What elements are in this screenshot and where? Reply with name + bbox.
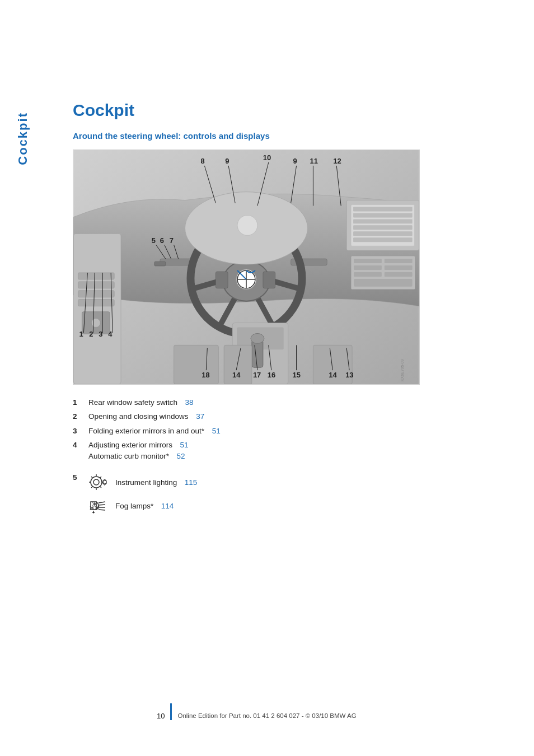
svg-text:7: 7 (170, 236, 174, 245)
item-number: 3 (73, 426, 84, 437)
icon-row-foglamp: ⁂ (88, 497, 197, 515)
svg-text:14: 14 (232, 371, 241, 379)
page-container: Cockpit Cockpit Around the steering whee… (0, 0, 534, 756)
svg-rect-31 (353, 207, 412, 212)
main-content: Cockpit Around the steering wheel: contr… (73, 0, 534, 515)
svg-rect-40 (354, 259, 382, 263)
list-item: 3 Folding exterior mirrors in and out* 5… (73, 426, 500, 437)
item-text: Opening and closing windows 37 (88, 411, 500, 422)
item-number: 1 (73, 397, 84, 408)
svg-rect-36 (353, 237, 412, 242)
fog-lamp-link[interactable]: 114 (161, 502, 174, 510)
svg-rect-46 (354, 279, 413, 287)
item-5-number: 5 (73, 473, 84, 482)
svg-rect-3 (78, 282, 114, 288)
svg-line-102 (100, 487, 101, 488)
svg-text:18: 18 (202, 371, 209, 379)
svg-text:6: 6 (160, 236, 164, 245)
icon-row-instrument: Instrument lighting 115 (88, 473, 197, 491)
svg-text:3: 3 (99, 330, 102, 338)
fog-lamp-icon: ⁂ (88, 497, 110, 515)
svg-text:13: 13 (345, 371, 353, 379)
svg-rect-45 (385, 272, 413, 277)
svg-rect-32 (353, 213, 412, 217)
svg-text:16: 16 (268, 371, 275, 379)
footer-bar (170, 703, 172, 720)
svg-text:9: 9 (225, 157, 229, 165)
svg-rect-51 (174, 345, 219, 384)
svg-rect-23 (216, 272, 228, 288)
svg-line-101 (91, 477, 92, 478)
svg-marker-112 (92, 512, 95, 514)
svg-text:11: 11 (310, 157, 317, 165)
item-text-2: Automatic curb monitor* 52 (88, 451, 185, 462)
svg-point-95 (91, 477, 102, 488)
svg-rect-42 (354, 265, 382, 270)
svg-text:9: 9 (293, 157, 297, 165)
svg-rect-49 (252, 339, 263, 367)
svg-text:12: 12 (333, 157, 341, 165)
svg-text:17: 17 (253, 371, 261, 379)
list-item: 1 Rear window safety switch 38 (73, 397, 500, 408)
svg-point-7 (91, 319, 100, 328)
svg-line-110 (99, 510, 105, 510)
svg-text:1: 1 (79, 330, 83, 338)
svg-point-28 (237, 215, 257, 235)
svg-rect-33 (353, 219, 412, 223)
svg-rect-44 (354, 272, 382, 277)
svg-rect-34 (353, 225, 412, 230)
instrument-lighting-label: Instrument lighting 115 (115, 478, 197, 487)
item-link[interactable]: 37 (196, 412, 204, 421)
item-text: Folding exterior mirrors in and out* 51 (88, 426, 500, 437)
svg-point-50 (251, 333, 264, 343)
item-number: 2 (73, 411, 84, 422)
items-list: 1 Rear window safety switch 38 2 Opening… (73, 397, 500, 462)
svg-text:2: 2 (89, 330, 93, 338)
footer-copyright: Online Edition for Part no. 01 41 2 604 … (177, 712, 356, 720)
svg-rect-41 (385, 259, 413, 263)
item-5-container: 5 (73, 473, 500, 515)
page-number: 10 (157, 712, 165, 720)
footer: 10 Online Edition for Part no. 01 41 2 6… (0, 703, 534, 722)
item-link[interactable]: 52 (177, 452, 185, 460)
svg-text:8: 8 (200, 157, 204, 165)
svg-text:KX6E705-09: KX6E705-09 (400, 359, 404, 381)
svg-rect-2 (78, 273, 114, 279)
instrument-lighting-link[interactable]: 115 (185, 478, 198, 487)
svg-rect-43 (385, 265, 413, 270)
list-item: 2 Opening and closing windows 37 (73, 411, 500, 422)
list-item: 4 Adjusting exterior mirrors 51 Automati… (73, 440, 500, 463)
svg-line-103 (100, 477, 101, 478)
sidebar-label: Cockpit (16, 112, 30, 165)
svg-text:4: 4 (108, 330, 113, 338)
diagram-svg: KX6E705-09 8 9 10 9 11 12 (73, 150, 419, 384)
item-link[interactable]: 51 (180, 441, 189, 449)
svg-point-96 (93, 479, 99, 485)
item-number: 4 (73, 440, 84, 451)
svg-line-104 (91, 487, 92, 488)
svg-rect-1 (73, 234, 121, 384)
item-text: Rear window safety switch 38 (88, 397, 500, 408)
page-title: Cockpit (73, 101, 500, 120)
svg-rect-9 (154, 262, 166, 266)
cockpit-diagram: KX6E705-09 8 9 10 9 11 12 (73, 150, 420, 385)
svg-text:15: 15 (293, 371, 301, 379)
fog-lamp-label: Fog lamps* 114 (115, 502, 174, 510)
svg-line-108 (99, 505, 105, 505)
svg-text:5: 5 (152, 236, 156, 245)
item-link[interactable]: 38 (185, 398, 194, 407)
svg-text:14: 14 (329, 371, 337, 379)
svg-rect-35 (353, 231, 412, 236)
section-heading: Around the steering wheel: controls and … (73, 131, 500, 141)
item-text: Adjusting exterior mirrors 51 (88, 440, 189, 451)
instrument-lighting-icon (88, 473, 110, 491)
svg-rect-4 (78, 291, 114, 297)
svg-text:10: 10 (263, 153, 271, 162)
item-5-icons: Instrument lighting 115 ⁂ (88, 473, 197, 515)
svg-rect-5 (78, 300, 114, 306)
svg-rect-24 (263, 272, 275, 288)
item-link[interactable]: 51 (212, 427, 221, 435)
